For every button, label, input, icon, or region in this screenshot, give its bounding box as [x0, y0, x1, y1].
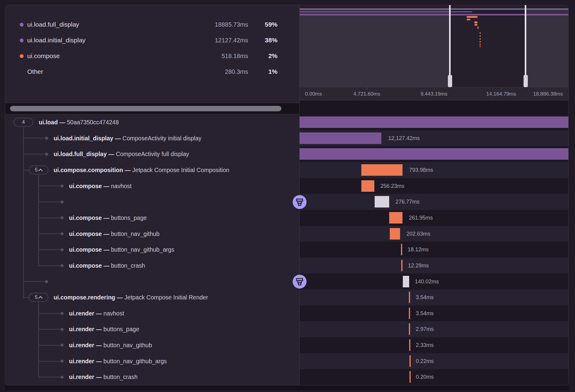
span-bar[interactable] — [409, 371, 411, 383]
waterfall-row[interactable] — [300, 114, 568, 130]
waterfall-row[interactable]: 202.63ms — [300, 226, 568, 242]
span-op: ui.compose.rendering — [54, 294, 115, 301]
tree-connector — [38, 233, 61, 234]
waterfall-row[interactable]: 12,127.42ms — [300, 130, 568, 146]
waterfall-row[interactable]: 256.23ms — [300, 178, 568, 194]
span-title: ui.render — button_nav_github_args — [69, 353, 167, 369]
tree-node-dot — [61, 248, 64, 251]
span-duration-label: 18.12ms — [408, 242, 429, 258]
time-axis: 0.00ms4,721.60ms9,443.19ms14,164.79ms18,… — [300, 87, 568, 100]
tree-node-dot — [61, 328, 64, 331]
dash-separator: — — [102, 246, 111, 253]
tree-connector — [23, 170, 29, 171]
span-bar[interactable] — [409, 355, 411, 367]
waterfall-row[interactable]: 3.54ms — [300, 289, 568, 305]
span-title: ui.compose — button_nav_github_args — [69, 242, 174, 258]
tree-connector — [38, 361, 61, 362]
span-bar[interactable] — [401, 260, 402, 271]
span-duration-label: 2.97ms — [416, 321, 434, 337]
waterfall-row[interactable]: 261.95ms — [300, 210, 568, 226]
collapse-chevron-icon — [38, 296, 43, 300]
tree-row[interactable]: 5ui.compose.rendering — Jetpack Compose … — [5, 289, 299, 305]
legend-dot — [20, 38, 24, 42]
span-bar[interactable] — [409, 339, 410, 351]
waterfall-row[interactable]: 12.29ms — [300, 258, 568, 274]
profile-icon — [295, 277, 304, 286]
waterfall-row[interactable]: 0.20ms — [300, 369, 568, 385]
tree-connector — [38, 265, 61, 266]
span-bar[interactable] — [300, 148, 568, 160]
span-bar[interactable] — [300, 132, 381, 144]
span-bar[interactable] — [375, 196, 389, 207]
span-bar[interactable] — [300, 116, 568, 128]
tree-row[interactable]: 5ui.compose.composition — Jetpack Compos… — [5, 162, 299, 178]
waterfall-row[interactable]: 2.97ms — [300, 321, 568, 337]
span-duration-label: 261.95ms — [409, 210, 433, 226]
span-bar[interactable] — [403, 276, 409, 287]
span-description: buttons_page — [104, 326, 139, 332]
viewport-handle-right-grip[interactable] — [524, 75, 528, 87]
tree-row[interactable]: ui.load.full_display — ComposeActivity f… — [5, 146, 299, 162]
scrollbar-thumb[interactable] — [10, 106, 281, 111]
trace-minimap[interactable] — [300, 5, 568, 87]
span-op: ui.render — [69, 358, 94, 364]
tree-node-dot — [61, 360, 64, 363]
tree-node-dot — [61, 376, 64, 379]
legend-item: ui.load.initial_display12127.42ms38% — [5, 32, 290, 48]
tree-node-dot — [61, 201, 64, 204]
axis-label: 9,443.19ms — [421, 87, 448, 101]
minimap-cascade-bar — [467, 19, 470, 20]
span-count-badge[interactable]: 5 — [29, 165, 48, 175]
dash-separator: — — [94, 310, 103, 317]
span-title: ui.compose.rendering — Jetpack Compose I… — [54, 289, 208, 305]
span-title: ui.render — button_nav_github — [69, 337, 152, 353]
span-description: button_nav_github_args — [104, 358, 167, 364]
span-count: 5 — [35, 295, 38, 300]
span-bar[interactable] — [361, 180, 374, 192]
legend-item-percent: 2% — [268, 48, 278, 64]
span-bar[interactable] — [409, 323, 410, 335]
profile-icon-button[interactable] — [293, 275, 307, 289]
waterfall-row[interactable]: 0.22ms — [300, 353, 568, 369]
tree-row[interactable] — [5, 274, 299, 290]
waterfall-row[interactable] — [300, 146, 568, 162]
span-bar[interactable] — [409, 308, 410, 319]
tree-row[interactable]: ui.load.initial_display — ComposeActivit… — [5, 130, 299, 146]
waterfall-row[interactable]: 3.54ms — [300, 305, 568, 322]
tree-row[interactable]: 4ui.load — 50aa7350cc474248 — [5, 114, 299, 130]
minimap-cascade-bar — [480, 35, 481, 37]
waterfall-row[interactable]: 18.12ms — [300, 242, 568, 258]
legend-item-percent: 59% — [265, 17, 278, 32]
tree-node-dot — [61, 185, 64, 188]
waterfall-row[interactable]: 276.77ms — [300, 194, 568, 210]
footer-bar — [5, 385, 569, 390]
tree-node-dot — [61, 232, 64, 235]
span-op: ui.compose — [69, 214, 102, 221]
span-count-badge[interactable]: 4 — [14, 118, 33, 127]
tree-connector — [38, 201, 61, 202]
legend-item-label: ui.compose — [27, 48, 60, 64]
dash-separator: — — [94, 358, 103, 364]
axis-label: 4,721.60ms — [353, 87, 380, 101]
span-title: ui.render — buttons_page — [69, 321, 139, 337]
waterfall-row[interactable]: 793.98ms — [300, 162, 568, 178]
span-bar[interactable] — [409, 292, 410, 303]
profile-icon-button[interactable] — [293, 195, 307, 209]
waterfall-row[interactable]: 140.02ms — [300, 274, 568, 290]
span-bar[interactable] — [401, 244, 402, 255]
tree-node-dot — [45, 137, 48, 140]
tree-connector — [23, 281, 45, 282]
tree-node-dot — [61, 264, 64, 267]
span-bar[interactable] — [361, 164, 402, 176]
span-duration-label: 276.77ms — [396, 194, 419, 210]
span-bar[interactable] — [389, 212, 402, 224]
span-count-badge[interactable]: 5 — [29, 293, 48, 302]
span-duration-label: 140.02ms — [415, 274, 439, 290]
waterfall-row[interactable]: 2.33ms — [300, 337, 568, 353]
span-bar[interactable] — [390, 228, 400, 240]
span-title: ui.load.initial_display — ComposeActivit… — [54, 130, 202, 146]
horizontal-scrollbar[interactable] — [5, 103, 300, 114]
viewport-handle-left-grip[interactable] — [448, 75, 452, 87]
span-description: navhost — [104, 310, 124, 317]
span-op: ui.compose.composition — [54, 167, 123, 173]
